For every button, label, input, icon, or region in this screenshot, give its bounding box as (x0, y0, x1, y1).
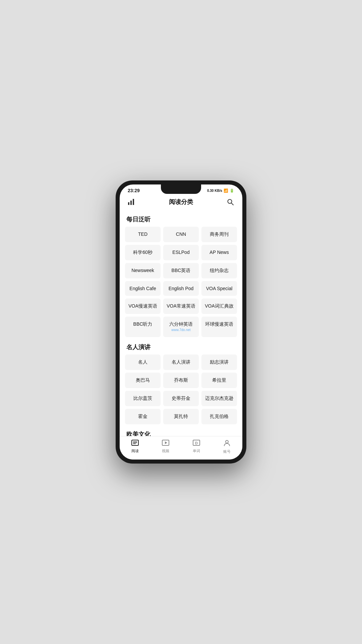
nav-label-words: 单词 (193, 448, 200, 453)
tag-apnews[interactable]: AP News (201, 245, 237, 260)
tag-bbc-listening[interactable]: BBC听力 (125, 317, 161, 337)
tag-english-pod[interactable]: English Pod (163, 281, 199, 296)
phone-screen: 23:29 0.30 KB/s 📶 🔋 阅读分类 (120, 184, 242, 460)
tag-celebrity-speech[interactable]: 名人演讲 (163, 355, 199, 370)
tag-jobs[interactable]: 乔布斯 (163, 373, 199, 388)
tag-ted[interactable]: TED (125, 227, 161, 242)
svg-rect-1 (130, 201, 132, 205)
tag-mj[interactable]: 迈克尔杰克逊 (201, 391, 237, 406)
tag-eslpod[interactable]: ESLPod (163, 245, 199, 260)
tag-grid-daily: TED CNN 商务周刊 科学60秒 ESLPod AP News Newswe… (125, 227, 237, 337)
section-title-daily: 每日泛听 (125, 211, 237, 227)
scroll-content: 每日泛听 TED CNN 商务周刊 科学60秒 ESLPod AP News N… (120, 211, 242, 436)
tag-english-cafe[interactable]: English Cafe (125, 281, 161, 296)
phone-frame: 23:29 0.30 KB/s 📶 🔋 阅读分类 (116, 180, 246, 464)
tag-global-slow[interactable]: 环球慢速英语 (201, 317, 237, 337)
tag-bbc-english[interactable]: BBC英语 (163, 263, 199, 278)
status-icons: 0.30 KB/s 📶 🔋 (207, 189, 234, 193)
watermark: www.7do.net (166, 327, 196, 332)
tag-business-weekly[interactable]: 商务周刊 (201, 227, 237, 242)
nav-label-read: 阅读 (131, 448, 139, 453)
section-title-speeches: 名人演讲 (125, 338, 237, 355)
chart-icon[interactable] (126, 197, 137, 207)
notch (161, 184, 201, 194)
video-icon (162, 440, 169, 447)
tag-six-minutes[interactable]: 六分钟英语 www.7do.net (163, 317, 199, 337)
svg-text:D: D (195, 441, 198, 445)
section-title-culture: 欧美文化 (125, 426, 237, 436)
tag-new-yorker[interactable]: 纽约杂志 (201, 263, 237, 278)
tag-zuckerberg[interactable]: 扎克伯格 (201, 409, 237, 424)
tag-obama[interactable]: 奥巴马 (125, 373, 161, 388)
tag-hillary[interactable]: 希拉里 (201, 373, 237, 388)
page-title: 阅读分类 (169, 198, 193, 206)
tag-voa-special[interactable]: VOA Special (201, 281, 237, 296)
network-speed: 0.30 KB/s (207, 189, 222, 193)
signal-icon: 📶 (224, 189, 228, 193)
nav-item-video[interactable]: 视频 (156, 440, 176, 453)
battery-icon: 🔋 (230, 189, 234, 193)
tag-stephen-king[interactable]: 史蒂芬金 (163, 391, 199, 406)
svg-marker-10 (165, 441, 167, 444)
tag-gates[interactable]: 比尔盖茨 (125, 391, 161, 406)
tag-cnn[interactable]: CNN (163, 227, 199, 242)
svg-rect-2 (133, 199, 134, 205)
tag-science60[interactable]: 科学60秒 (125, 245, 161, 260)
tag-grid-speeches: 名人 名人演讲 励志演讲 奥巴马 乔布斯 希拉里 比尔盖茨 史蒂芬金 迈克尔杰克… (125, 355, 237, 424)
words-icon: D (193, 440, 200, 447)
tag-voa-vocab[interactable]: VOA词汇典故 (201, 299, 237, 314)
svg-point-13 (226, 440, 228, 443)
bottom-nav: 阅读 视频 D 单词 (120, 436, 242, 460)
nav-item-words[interactable]: D 单词 (186, 440, 206, 453)
nav-item-account[interactable]: 账号 (217, 439, 237, 454)
account-icon (223, 439, 231, 448)
svg-rect-0 (128, 202, 129, 205)
nav-label-account: 账号 (223, 449, 231, 454)
status-time: 23:29 (128, 188, 140, 193)
tag-celebrity[interactable]: 名人 (125, 355, 161, 370)
nav-label-video: 视频 (162, 448, 169, 453)
top-nav: 阅读分类 (120, 195, 242, 211)
tag-voa-slow[interactable]: VOA慢速英语 (125, 299, 161, 314)
tag-newsweek[interactable]: Newsweek (125, 263, 161, 278)
tag-voa-normal[interactable]: VOA常速英语 (163, 299, 199, 314)
read-icon (131, 440, 139, 447)
tag-hawking[interactable]: 霍金 (125, 409, 161, 424)
search-icon[interactable] (225, 197, 236, 207)
tag-motivational[interactable]: 励志演讲 (201, 355, 237, 370)
svg-line-4 (231, 203, 233, 205)
nav-item-read[interactable]: 阅读 (125, 440, 145, 453)
tag-mozart[interactable]: 莫扎特 (163, 409, 199, 424)
